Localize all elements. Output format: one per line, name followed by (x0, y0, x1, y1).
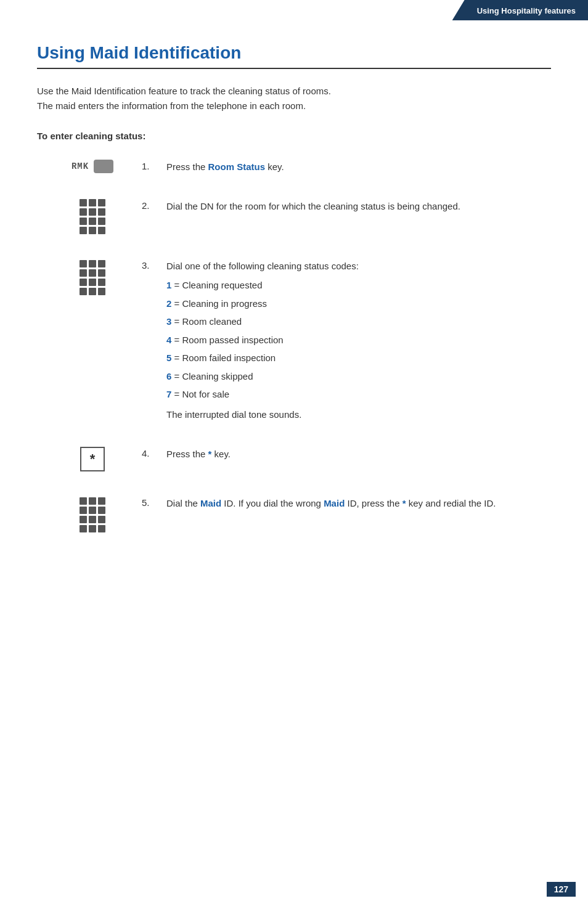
step-4-content: Press the * key. (166, 447, 551, 462)
step-1-row: RMK 1. Press the Room Status key. (55, 160, 551, 174)
keypad-icon-3 (80, 260, 105, 295)
header-title: Using Hospitality features (477, 6, 576, 15)
list-item: 6 = Cleaning skipped (166, 369, 551, 385)
page-number: 127 (547, 882, 576, 897)
step-1-content: Press the Room Status key. (166, 160, 551, 174)
rmk-label: RMK (71, 161, 89, 171)
maid-highlight-2: Maid (324, 498, 345, 508)
key-button-shape (94, 160, 113, 173)
step-4-row: * 4. Press the * key. (55, 447, 551, 471)
step-5-icon (55, 497, 129, 532)
step-2-number: 2. (142, 199, 160, 211)
keypad-icon-5 (80, 497, 105, 532)
step-2-content: Dial the DN for the room for which the c… (166, 199, 551, 214)
list-item: 5 = Room failed inspection (166, 350, 551, 366)
step-3-icon (55, 260, 129, 295)
step-1-icon: RMK (55, 160, 129, 173)
header-bar: Using Hospitality features (452, 0, 588, 20)
maid-highlight-1: Maid (200, 498, 221, 508)
step-2-icon (55, 199, 129, 234)
list-item: 3 = Room cleaned (166, 314, 551, 330)
intro-line1: Use the Maid Identification feature to t… (37, 84, 551, 99)
step-3-number: 3. (142, 259, 160, 271)
step-5-content: Dial the Maid ID. If you dial the wrong … (166, 496, 551, 511)
list-item: 1 = Cleaning requested (166, 277, 551, 293)
rmk-key-icon: RMK (71, 160, 113, 173)
step-3-intro: Dial one of the following cleaning statu… (166, 259, 551, 274)
room-status-highlight: Room Status (208, 161, 266, 172)
intro-line2: The maid enters the information from the… (37, 99, 551, 113)
list-item: 7 = Not for sale (166, 386, 551, 402)
cleaning-codes-list: 1 = Cleaning requested 2 = Cleaning in p… (166, 277, 551, 402)
asterisk-highlight: * (208, 449, 212, 459)
step-2-row: 2. Dial the DN for the room for which th… (55, 199, 551, 234)
step-5-number: 5. (142, 496, 160, 508)
intro-text: Use the Maid Identification feature to t… (37, 84, 551, 113)
main-content: Using Maid Identification Use the Maid I… (0, 0, 588, 594)
step-3-content: Dial one of the following cleaning statu… (166, 259, 551, 422)
page-title: Using Maid Identification (37, 43, 551, 69)
step-5-row: 5. Dial the Maid ID. If you dial the wro… (55, 496, 551, 532)
keypad-icon-2 (80, 199, 105, 234)
step-4-icon: * (55, 447, 129, 471)
step-4-number: 4. (142, 447, 160, 459)
steps-container: RMK 1. Press the Room Status key. (55, 160, 551, 532)
asterisk-highlight-2: * (402, 498, 406, 508)
tone-note: The interrupted dial tone sounds. (166, 407, 551, 422)
section-heading: To enter cleaning status: (37, 131, 551, 141)
step-3-row: 3. Dial one of the following cleaning st… (55, 259, 551, 422)
list-item: 4 = Room passed inspection (166, 332, 551, 348)
step-1-number: 1. (142, 160, 160, 171)
list-item: 2 = Cleaning in progress (166, 296, 551, 312)
star-key-icon: * (80, 447, 105, 471)
